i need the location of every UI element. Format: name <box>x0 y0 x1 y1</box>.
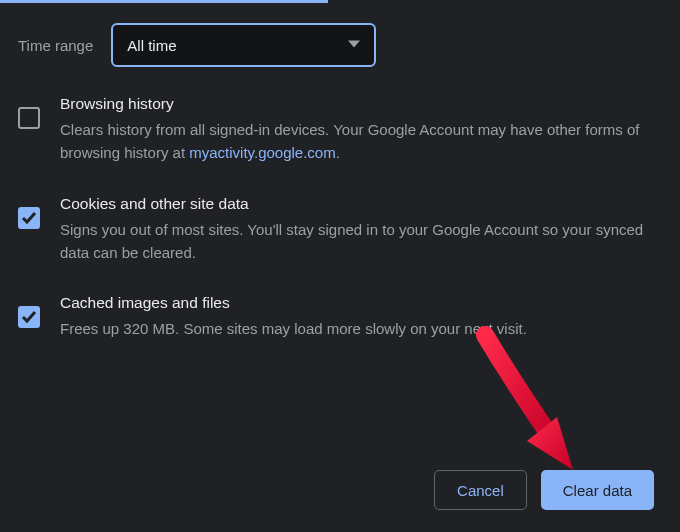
option-content: Cookies and other site data Signs you ou… <box>60 195 662 265</box>
checkbox-cached[interactable] <box>18 306 40 328</box>
option-cached: Cached images and files Frees up 320 MB.… <box>18 294 662 340</box>
option-content: Browsing history Clears history from all… <box>60 95 662 165</box>
option-title: Browsing history <box>60 95 662 113</box>
checkbox-browsing-history[interactable] <box>18 107 40 129</box>
option-desc: Signs you out of most sites. You'll stay… <box>60 218 662 265</box>
option-desc-text: Signs you out of most sites. You'll stay… <box>60 221 643 261</box>
clear-data-button[interactable]: Clear data <box>541 470 654 510</box>
time-range-value: All time <box>127 37 176 54</box>
dialog-buttons: Cancel Clear data <box>434 470 654 510</box>
time-range-row: Time range All time <box>0 3 680 67</box>
option-title: Cookies and other site data <box>60 195 662 213</box>
svg-marker-0 <box>527 417 573 470</box>
checkbox-cookies[interactable] <box>18 207 40 229</box>
option-desc-text: Clears history from all signed-in device… <box>60 121 639 161</box>
option-title: Cached images and files <box>60 294 662 312</box>
chevron-down-icon <box>348 36 360 54</box>
time-range-label: Time range <box>18 37 93 54</box>
option-desc-after: . <box>336 144 340 161</box>
option-browsing-history: Browsing history Clears history from all… <box>18 95 662 165</box>
myactivity-link[interactable]: myactivity.google.com <box>189 144 335 161</box>
options-list: Browsing history Clears history from all… <box>0 67 680 340</box>
option-desc: Frees up 320 MB. Some sites may load mor… <box>60 317 662 340</box>
time-range-select[interactable]: All time <box>111 23 376 67</box>
option-cookies: Cookies and other site data Signs you ou… <box>18 195 662 265</box>
option-desc: Clears history from all signed-in device… <box>60 118 662 165</box>
cancel-button[interactable]: Cancel <box>434 470 527 510</box>
option-desc-text: Frees up 320 MB. Some sites may load mor… <box>60 320 527 337</box>
option-content: Cached images and files Frees up 320 MB.… <box>60 294 662 340</box>
